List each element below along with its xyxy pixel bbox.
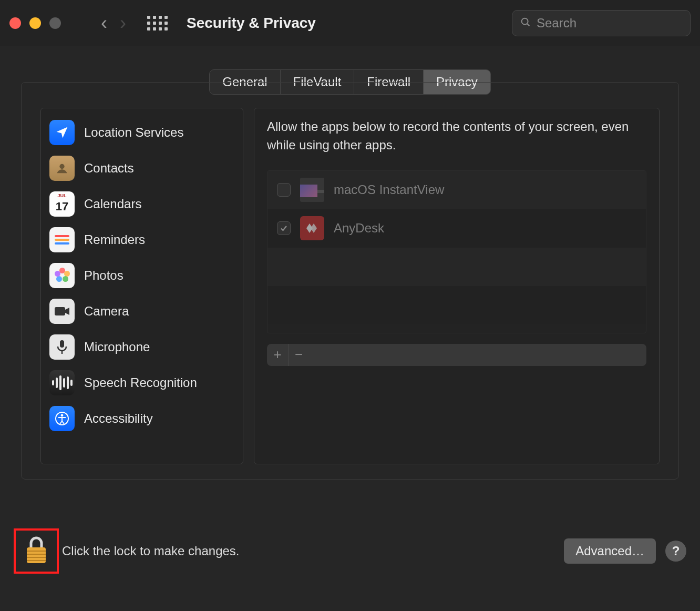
- minus-icon: −: [295, 347, 303, 363]
- app-row-empty: [267, 286, 646, 324]
- category-label: Reminders: [84, 232, 145, 247]
- search-icon: [520, 16, 531, 30]
- svg-rect-3: [55, 307, 65, 315]
- accessibility-icon: [49, 406, 75, 431]
- chevron-right-icon: ›: [120, 12, 126, 34]
- category-label: Speech Recognition: [84, 375, 197, 390]
- help-button[interactable]: ?: [665, 541, 686, 562]
- button-label: Advanced…: [575, 544, 644, 558]
- category-reminders[interactable]: Reminders: [46, 222, 238, 258]
- app-row[interactable]: macOS InstantView: [267, 171, 646, 209]
- lock-highlight: [14, 528, 59, 574]
- photos-icon: [49, 263, 75, 288]
- app-name: macOS InstantView: [334, 182, 444, 197]
- search-field[interactable]: [512, 10, 691, 36]
- waveform-icon: [49, 370, 75, 395]
- app-checkbox[interactable]: [277, 221, 291, 235]
- category-label: Accessibility: [84, 411, 153, 426]
- category-list[interactable]: Location Services Contacts 17 Calendars: [40, 108, 243, 464]
- question-mark-icon: ?: [672, 544, 680, 558]
- microphone-icon: [49, 334, 75, 360]
- permission-description: Allow the apps below to record the conte…: [267, 118, 646, 155]
- camera-icon: [49, 299, 75, 324]
- category-label: Camera: [84, 304, 129, 319]
- advanced-button[interactable]: Advanced…: [564, 538, 656, 564]
- back-button[interactable]: ‹: [101, 14, 107, 33]
- app-row-empty: [267, 248, 646, 286]
- svg-point-2: [59, 164, 64, 169]
- nav-buttons: ‹ ›: [101, 14, 126, 33]
- svg-point-7: [61, 414, 64, 417]
- app-row[interactable]: AnyDesk: [267, 209, 646, 248]
- show-all-button[interactable]: [147, 16, 168, 30]
- window: ‹ › Security & Privacy General FileVault…: [0, 0, 700, 611]
- lock-icon: [24, 535, 49, 565]
- app-name: AnyDesk: [334, 221, 384, 236]
- category-label: Contacts: [84, 161, 134, 176]
- forward-button[interactable]: ›: [120, 14, 126, 33]
- settings-panel: Location Services Contacts 17 Calendars: [21, 82, 679, 480]
- panel-body: Location Services Contacts 17 Calendars: [40, 108, 660, 464]
- chevron-left-icon: ‹: [101, 12, 107, 34]
- contacts-icon: [49, 156, 75, 181]
- svg-rect-4: [60, 340, 64, 348]
- category-label: Photos: [84, 268, 123, 283]
- window-controls: [9, 17, 61, 29]
- category-speech-recognition[interactable]: Speech Recognition: [46, 365, 238, 401]
- calendar-icon: 17: [49, 191, 75, 217]
- minimize-window-button[interactable]: [29, 17, 41, 29]
- app-checkbox[interactable]: [277, 183, 291, 197]
- close-window-button[interactable]: [9, 17, 21, 29]
- location-arrow-icon: [49, 120, 75, 145]
- display-monitor-icon: [300, 178, 324, 202]
- category-label: Calendars: [84, 197, 141, 211]
- category-microphone[interactable]: Microphone: [46, 329, 238, 365]
- window-title: Security & Privacy: [187, 15, 316, 32]
- category-calendars[interactable]: 17 Calendars: [46, 186, 238, 222]
- category-label: Location Services: [84, 125, 183, 140]
- app-list[interactable]: macOS InstantView AnyDesk: [267, 170, 646, 333]
- category-label: Microphone: [84, 340, 150, 354]
- search-input[interactable]: [537, 16, 694, 30]
- remove-app-button[interactable]: −: [288, 344, 309, 366]
- category-location-services[interactable]: Location Services: [46, 115, 238, 150]
- plus-icon: +: [273, 347, 281, 363]
- lock-hint: Click the lock to make changes.: [62, 544, 240, 558]
- svg-point-0: [522, 18, 528, 25]
- category-accessibility[interactable]: Accessibility: [46, 401, 238, 436]
- category-photos[interactable]: Photos: [46, 258, 238, 293]
- zoom-window-button[interactable]: [49, 17, 61, 29]
- footer-bar: Click the lock to make changes. Advanced…: [14, 528, 686, 574]
- list-edit-buttons: + −: [267, 344, 646, 366]
- anydesk-icon: [300, 216, 324, 240]
- category-contacts[interactable]: Contacts: [46, 150, 238, 186]
- add-app-button[interactable]: +: [267, 344, 288, 366]
- titlebar: ‹ › Security & Privacy: [0, 0, 700, 46]
- reminders-icon: [49, 227, 75, 252]
- detail-pane: Allow the apps below to record the conte…: [254, 108, 660, 464]
- category-camera[interactable]: Camera: [46, 293, 238, 329]
- svg-line-1: [527, 24, 529, 26]
- lock-button[interactable]: [24, 535, 49, 567]
- calendar-day: 17: [56, 200, 68, 213]
